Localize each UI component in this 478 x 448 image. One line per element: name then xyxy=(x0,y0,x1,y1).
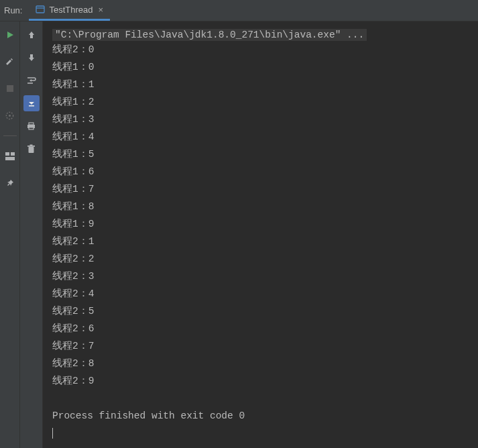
console-output[interactable]: "C:\Program Files\Java\jdk1.8.0_271\bin\… xyxy=(43,21,478,448)
svg-rect-15 xyxy=(29,147,34,153)
print-button[interactable] xyxy=(23,118,40,134)
svg-point-5 xyxy=(9,115,11,117)
svg-rect-3 xyxy=(7,85,13,92)
svg-rect-14 xyxy=(29,127,34,129)
svg-rect-13 xyxy=(29,123,34,125)
scroll-to-end-button[interactable] xyxy=(23,95,40,111)
settings-button[interactable] xyxy=(2,54,18,70)
output-line: 线程1：0 xyxy=(52,58,471,76)
output-line: 线程1：2 xyxy=(52,93,471,111)
svg-rect-7 xyxy=(11,152,15,156)
output-line: 线程1：7 xyxy=(52,180,471,198)
output-line: 线程2：9 xyxy=(52,372,471,390)
output-line: 线程1：4 xyxy=(52,128,471,146)
svg-rect-8 xyxy=(5,157,15,160)
run-outer-toolbar xyxy=(0,21,20,448)
svg-rect-0 xyxy=(36,6,44,13)
output-line xyxy=(52,390,471,407)
layout-button[interactable] xyxy=(2,148,18,164)
console-toolbar xyxy=(20,21,43,448)
up-stack-button[interactable] xyxy=(23,27,40,43)
application-icon xyxy=(36,5,45,14)
separator xyxy=(3,135,17,136)
run-tab[interactable]: TestThread × xyxy=(29,0,110,21)
output-line: 线程1：6 xyxy=(52,163,471,180)
output-line: 线程2：7 xyxy=(52,337,471,355)
output-line: 线程2：5 xyxy=(52,302,471,320)
output-line: 线程2：4 xyxy=(52,285,471,302)
output-line: 线程2：6 xyxy=(52,320,471,337)
close-icon[interactable]: × xyxy=(99,5,104,14)
output-line: 线程1：9 xyxy=(52,215,471,233)
svg-marker-9 xyxy=(29,79,32,82)
clear-all-button[interactable] xyxy=(23,141,40,157)
rerun-button[interactable] xyxy=(2,27,18,43)
run-header: Run: TestThread × xyxy=(0,0,478,21)
output-line: 线程1：3 xyxy=(52,111,471,128)
caret xyxy=(52,428,53,439)
svg-rect-11 xyxy=(29,105,34,107)
tab-label: TestThread xyxy=(49,5,93,15)
output-line: 线程2：8 xyxy=(52,355,471,372)
svg-rect-17 xyxy=(30,144,33,146)
output-line: 线程1：5 xyxy=(52,146,471,163)
output-line: 线程2：2 xyxy=(52,250,471,268)
output-line: 线程2：1 xyxy=(52,233,471,250)
soft-wrap-button[interactable] xyxy=(23,72,40,89)
down-stack-button[interactable] xyxy=(23,50,40,66)
output-line: 线程1：1 xyxy=(52,76,471,93)
svg-rect-16 xyxy=(27,146,35,147)
dump-threads-button[interactable] xyxy=(2,107,18,123)
command-line: "C:\Program Files\Java\jdk1.8.0_271\bin\… xyxy=(52,29,367,41)
output-line: 线程2：0 xyxy=(52,41,471,58)
svg-marker-2 xyxy=(7,32,13,38)
output-line: 线程2：3 xyxy=(52,268,471,285)
svg-rect-6 xyxy=(5,152,9,156)
run-label: Run: xyxy=(0,0,29,21)
output-line: 线程1：8 xyxy=(52,198,471,215)
output-line: Process finished with exit code 0 xyxy=(52,407,471,425)
pin-button[interactable] xyxy=(2,175,18,191)
stop-button[interactable] xyxy=(2,80,18,97)
